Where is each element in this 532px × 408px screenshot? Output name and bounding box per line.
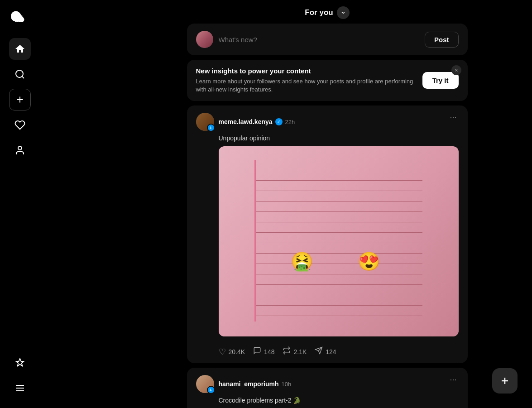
post-2-header: + hanami_emporiumh 10h ··· [196, 375, 459, 393]
new-post-box: Post [187, 24, 468, 55]
comment-icon [253, 346, 261, 357]
notebook-lines [254, 160, 422, 322]
post-1-username[interactable]: meme.lawd.kenya [219, 118, 273, 125]
post-1-share-button[interactable]: 124 [315, 346, 336, 357]
sidebar-item-search[interactable] [9, 63, 31, 85]
sidebar-item-new-post[interactable] [9, 89, 31, 110]
emoji-sick: 🤮 [291, 251, 313, 272]
post-2-avatar-wrap: + [196, 375, 214, 393]
post-1-likes: 20.4K [229, 348, 245, 355]
main-feed: For you Post New insights to power your … [122, 0, 532, 408]
verified-icon: ✓ [275, 118, 283, 125]
chevron-down-icon [337, 6, 350, 19]
threads-logo[interactable] [9, 7, 27, 25]
feed-content: Post New insights to power your content … [187, 24, 468, 408]
feed-title-label: For you [305, 8, 333, 17]
emoji-heart-eyes: 😍 [358, 251, 380, 272]
post-username-row: meme.lawd.kenya ✓ 22h [219, 118, 295, 125]
sidebar-item-profile[interactable] [9, 139, 31, 161]
post-author-details: meme.lawd.kenya ✓ 22h [219, 118, 295, 125]
insights-description: Learn more about your followers and see … [196, 77, 415, 94]
post-card-2: + hanami_emporiumh 10h ··· Crocodile pro… [187, 368, 468, 408]
insights-close-button[interactable] [451, 65, 461, 75]
svg-point-0 [16, 70, 23, 77]
sidebar-item-activity[interactable] [9, 114, 31, 136]
post-2-caption: Crocodile problems part-2 🐊 [219, 397, 459, 404]
post-2-more-button[interactable]: ··· [448, 375, 458, 384]
repost-icon [283, 346, 291, 357]
post-2-time: 10h [282, 381, 292, 388]
post-1-shares: 124 [326, 348, 336, 355]
post-card: + meme.lawd.kenya ✓ 22h ··· Unpopular op… [187, 106, 468, 363]
share-icon [315, 346, 323, 357]
post-header: + meme.lawd.kenya ✓ 22h ··· [196, 113, 459, 131]
feed-header: For you [187, 0, 468, 24]
post-1-more-button[interactable]: ··· [448, 113, 458, 122]
sidebar-item-pin[interactable] [9, 352, 31, 374]
post-button[interactable]: Post [425, 32, 459, 48]
post-1-reposts: 2.1K [293, 348, 307, 355]
sidebar-item-home[interactable] [9, 38, 31, 60]
insights-text: New insights to power your content Learn… [196, 67, 422, 94]
post-2-author-info: + hanami_emporiumh 10h [196, 375, 292, 393]
insights-title: New insights to power your content [196, 67, 415, 75]
post-1-repost-button[interactable]: 2.1K [283, 346, 307, 357]
post-2-username[interactable]: hanami_emporiumh [219, 380, 279, 388]
post-1-image-placeholder: 🤮 😍 [219, 146, 459, 336]
post-avatar-wrap: + [196, 113, 214, 131]
post-1-comments: 148 [264, 348, 274, 355]
feed-title-button[interactable]: For you [305, 6, 349, 19]
fab-new-post[interactable] [492, 368, 518, 394]
sidebar [0, 0, 122, 408]
post-1-actions: ♡ 20.4K 148 2.1K [219, 342, 459, 363]
post-1-image: 🤮 😍 [219, 146, 459, 336]
svg-point-1 [18, 146, 22, 150]
like-icon: ♡ [219, 347, 226, 357]
post-1-comment-button[interactable]: 148 [253, 346, 274, 357]
post-2-username-row: hanami_emporiumh 10h [219, 380, 292, 388]
post-1-caption: Unpopular opinion [219, 134, 459, 142]
follow-plus-icon[interactable]: + [207, 124, 215, 132]
post-author-info: + meme.lawd.kenya ✓ 22h [196, 113, 295, 131]
post-2-follow-plus-icon[interactable]: + [207, 386, 215, 394]
new-post-input[interactable] [219, 36, 419, 43]
post-2-author-details: hanami_emporiumh 10h [219, 380, 292, 388]
insights-banner: New insights to power your content Learn… [187, 60, 468, 101]
insights-try-button[interactable]: Try it [422, 72, 459, 89]
notebook-background: 🤮 😍 [219, 146, 459, 336]
sidebar-item-menu[interactable] [9, 377, 31, 399]
current-user-avatar [196, 31, 213, 48]
post-1-time: 22h [285, 119, 295, 125]
post-1-like-button[interactable]: ♡ 20.4K [219, 347, 245, 357]
